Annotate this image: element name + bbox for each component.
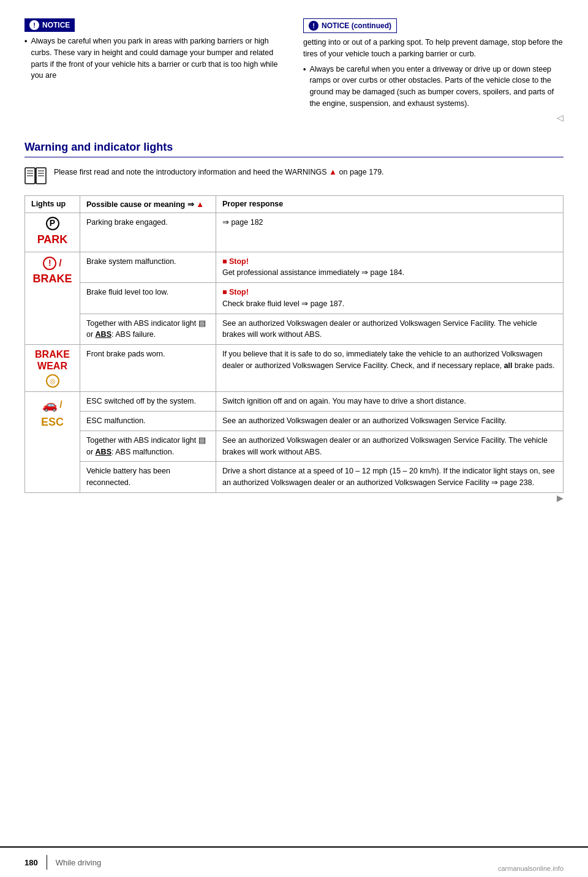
notice-right-body: getting into or out of a parking spot. T… <box>303 37 564 110</box>
page-footer: 180 While driving carmanualsonline.info <box>0 846 588 877</box>
esc-response-2: See an authorized Volkswagen dealer or a… <box>216 412 563 431</box>
esc-response-3-text: See an authorized Volkswagen dealer or a… <box>222 436 548 456</box>
warning-section: Warning and indicator lights Please firs… <box>24 141 564 503</box>
park-cause-text: Parking brake engaged. <box>86 218 168 227</box>
warning-intro-text: Please first read and note the introduct… <box>54 166 384 178</box>
esc-car-icon: 🚗 <box>42 396 58 414</box>
notice-left-body: Always be careful when you park in areas… <box>24 36 285 81</box>
esc-light-cell: 🚗 / ESC <box>25 392 80 493</box>
esc-cause-2-text: ESC malfunction. <box>86 416 146 425</box>
notice-right-body1: getting into or out of a parking spot. T… <box>303 37 564 60</box>
back-arrow: ◁ <box>303 113 564 122</box>
brakewear-response-text: If you believe that it is safe to do so,… <box>222 350 554 370</box>
brake-cause-2: Brake fluid level too low. <box>80 283 216 314</box>
esc-cause-4-text: Vehicle battery has been reconnected. <box>86 467 170 487</box>
brake-response-2: ■ Stop! Check brake fluid level ⇒ page 1… <box>216 283 563 314</box>
brake-icon-row: ! / <box>43 256 61 271</box>
brakewear-light-cell: BRAKEWEAR ◎ <box>25 345 80 392</box>
esc-cause-1: ESC switched off by the system. <box>80 392 216 412</box>
notice-continued-exclaim: ! <box>309 21 318 31</box>
esc-cause-1-text: ESC switched off by the system. <box>86 397 196 405</box>
notice-exclaim-icon: ! <box>29 20 39 30</box>
wear-ring-icon: ◎ <box>46 374 59 388</box>
table-header-row: Lights up Possible cause or meaning ⇒ ▲ … <box>25 195 564 213</box>
warning-intro-page: on page 179. <box>339 168 384 176</box>
esc-cause-2: ESC malfunction. <box>80 412 216 431</box>
brake-response-3: See an authorized Volkswagen dealer or a… <box>216 314 563 345</box>
stop-icon-1: ■ Stop! <box>222 257 249 266</box>
indicator-table: Lights up Possible cause or meaning ⇒ ▲ … <box>24 195 564 493</box>
col-cause-header: Possible cause or meaning ⇒ ▲ <box>80 195 216 213</box>
notice-header-left: ! NOTICE <box>24 18 75 32</box>
brake-text-icon: BRAKE <box>32 271 72 287</box>
p-circle-icon: P <box>46 217 59 230</box>
notices-row: ! NOTICE Always be careful when you park… <box>24 18 564 122</box>
footer-divider <box>47 855 47 870</box>
notice-right-title: NOTICE (continued) <box>322 21 391 30</box>
brake-cause-1: Brake system malfunction. <box>80 252 216 283</box>
esc-text-icon: ESC <box>31 414 74 431</box>
table-row: ! / BRAKE Brake system malfunction. ■ St… <box>25 252 564 283</box>
esc-symbol: 🚗 / ESC <box>31 396 74 431</box>
notice-continued-header: ! NOTICE (continued) <box>303 18 397 33</box>
brakewear-text-icon: BRAKEWEAR <box>35 348 70 372</box>
park-light-cell: P PARK <box>25 213 80 252</box>
brakewear-symbol: BRAKEWEAR ◎ <box>31 348 74 388</box>
warning-title: Warning and indicator lights <box>24 141 564 157</box>
brake-cause-3: Together with ABS indicator light ▤ or A… <box>80 314 216 345</box>
notice-left: ! NOTICE Always be careful when you park… <box>24 18 285 122</box>
notice-right-body2: Always be careful when you enter a drive… <box>303 64 564 110</box>
esc-response-2-text: See an authorized Volkswagen dealer or a… <box>222 416 507 425</box>
table-row: 🚗 / ESC ESC switched off by the system. … <box>25 392 564 412</box>
brakewear-cause: Front brake pads worn. <box>80 345 216 392</box>
book-icon <box>24 167 47 186</box>
table-row: Together with ABS indicator light ▤ or A… <box>25 431 564 462</box>
notice-left-text: Always be careful when you park in areas… <box>24 36 285 81</box>
brake-cause-3-text: Together with ABS indicator light ▤ or A… <box>86 319 206 339</box>
brake-symbol: ! / BRAKE <box>31 256 74 287</box>
park-response-text: ⇒ page 182 <box>222 218 263 227</box>
brake-response-2-text: Check brake fluid level ⇒ page 187. <box>222 299 344 308</box>
brake-light-cell: ! / BRAKE <box>25 252 80 345</box>
table-row: Together with ABS indicator light ▤ or A… <box>25 314 564 345</box>
brake-response-1-text: Get professional assistance immediately … <box>222 268 404 277</box>
esc-cause-3-text: Together with ABS indicator light ▤ or A… <box>86 436 206 456</box>
brakewear-response: If you believe that it is safe to do so,… <box>216 345 563 392</box>
triangle-warn-icon: ▲ <box>329 167 339 176</box>
esc-cause-4: Vehicle battery has been reconnected. <box>80 462 216 493</box>
brakewear-cause-text: Front brake pads worn. <box>86 350 165 358</box>
brake-cause-1-text: Brake system malfunction. <box>86 257 176 266</box>
warning-intro: Please first read and note the introduct… <box>24 166 564 186</box>
park-cause-cell: Parking brake engaged. <box>80 213 216 252</box>
esc-cause-3: Together with ABS indicator light ▤ or A… <box>80 431 216 462</box>
esc-icon-row: 🚗 / <box>31 396 74 414</box>
page-number: 180 <box>24 858 38 867</box>
table-row: Vehicle battery has been reconnected. Dr… <box>25 462 564 493</box>
stop-icon-2: ■ Stop! <box>222 288 249 296</box>
table-row: Brake fluid level too low. ■ Stop! Check… <box>25 283 564 314</box>
forward-arrow: ▶ <box>24 493 564 503</box>
brake-exclaim-icon: ! <box>43 257 56 270</box>
esc-response-4-text: Drive a short distance at a speed of 10 … <box>222 467 555 487</box>
table-row: BRAKEWEAR ◎ Front brake pads worn. If yo… <box>25 345 564 392</box>
esc-slash-icon: / <box>59 397 62 412</box>
notice-left-title: NOTICE <box>42 21 70 29</box>
table-row: ESC malfunction. See an authorized Volks… <box>25 412 564 431</box>
esc-response-1: Switch ignition off and on again. You ma… <box>216 392 563 412</box>
brake-slash: / <box>59 256 61 271</box>
footer-chapter: While driving <box>56 858 101 867</box>
esc-response-4: Drive a short distance at a speed of 10 … <box>216 462 563 493</box>
col-response-header: Proper response <box>216 195 563 213</box>
col-lights-header: Lights up <box>25 195 80 213</box>
brake-cause-2-text: Brake fluid level too low. <box>86 288 168 296</box>
warning-intro-label: Please first read and note the introduct… <box>54 168 327 176</box>
brake-response-3-text: See an authorized Volkswagen dealer or a… <box>222 319 537 339</box>
park-response-cell: ⇒ page 182 <box>216 213 563 252</box>
brake-response-1: ■ Stop! Get professional assistance imme… <box>216 252 563 283</box>
watermark: carmanualsonline.info <box>498 865 564 872</box>
esc-response-1-text: Switch ignition off and on again. You ma… <box>222 397 466 405</box>
table-row: P PARK Parking brake engaged. ⇒ page 182 <box>25 213 564 252</box>
park-text-icon: PARK <box>31 231 74 248</box>
esc-response-3: See an authorized Volkswagen dealer or a… <box>216 431 563 462</box>
notice-right: ! NOTICE (continued) getting into or out… <box>303 18 564 122</box>
